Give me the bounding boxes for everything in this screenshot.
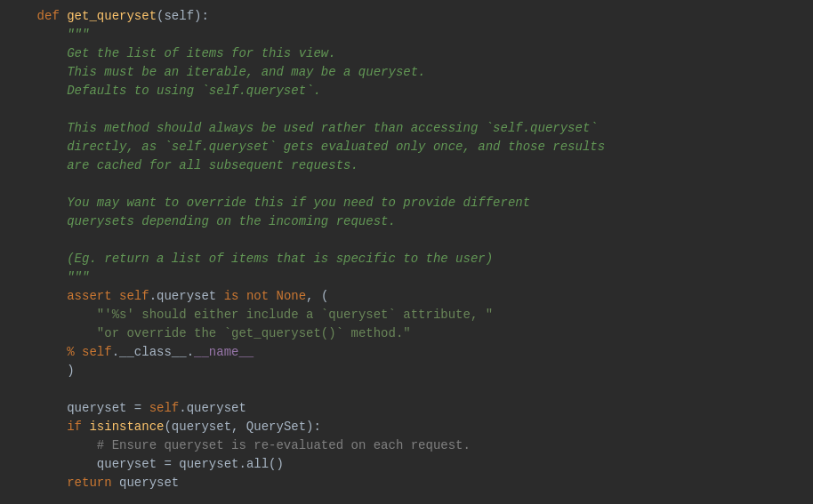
- token-docstring: querysets depending on the incoming requ…: [67, 212, 396, 231]
- code-line: [0, 100, 813, 119]
- token-kw-return: return: [67, 474, 119, 492]
- token-kw-if: if: [67, 418, 89, 436]
- indent: [7, 436, 97, 455]
- indent: [7, 26, 67, 44]
- token-docstring: You may want to override this if you nee…: [67, 194, 530, 212]
- code-line: [0, 231, 813, 250]
- token-param: self: [164, 7, 194, 26]
- token-plain: queryset: [119, 474, 179, 492]
- token-plain: .queryset: [149, 287, 224, 306]
- token-docstring: Get the list of items for this view.: [67, 44, 335, 63]
- code-line: ): [0, 362, 813, 380]
- code-line: You may want to override this if you nee…: [0, 194, 813, 212]
- token-kw-isinstance: isinstance: [89, 418, 164, 436]
- indent: [7, 455, 97, 474]
- token-kw-not: not: [246, 287, 277, 306]
- token-magic-attr: __name__: [194, 343, 254, 362]
- token-docstring: This must be an iterable, and may be a q…: [67, 63, 425, 82]
- token-percent: %: [67, 343, 82, 362]
- token-paren: (: [164, 418, 171, 436]
- token-kw-self: self: [82, 343, 112, 362]
- code-line: """: [0, 26, 813, 44]
- code-line: [0, 175, 813, 194]
- token-plain: .__class__.: [112, 343, 194, 362]
- indent: [7, 418, 67, 436]
- indent: [7, 138, 67, 156]
- code-line: "or override the `get_queryset()` method…: [0, 324, 813, 343]
- token-kw-self: self: [119, 287, 149, 306]
- code-line: if isinstance(queryset, QuerySet):: [0, 418, 813, 436]
- token-docstring: Defaults to using `self.queryset`.: [67, 82, 321, 100]
- token-kw-self: self: [149, 399, 180, 418]
- token-plain: .queryset: [179, 399, 246, 418]
- token-plain: queryset.all(): [179, 455, 284, 474]
- indent: [7, 82, 67, 100]
- indent: [7, 306, 97, 324]
- indent: [7, 474, 67, 492]
- indent: [7, 7, 37, 26]
- indent: [7, 194, 67, 212]
- code-line: querysets depending on the incoming requ…: [0, 212, 813, 231]
- token-docstring: """: [67, 26, 89, 44]
- code-line: # Ensure queryset is re-evaluated on eac…: [0, 436, 813, 455]
- token-op: =: [134, 399, 149, 418]
- token-op: =: [164, 455, 179, 474]
- indent: [7, 399, 67, 418]
- indent: [7, 343, 67, 362]
- token-paren: (: [157, 7, 164, 26]
- token-plain: queryset: [67, 399, 134, 418]
- code-line: return queryset: [0, 474, 813, 492]
- token-docstring: """: [67, 268, 89, 287]
- code-line: "'%s' should either include a `queryset`…: [0, 306, 813, 324]
- indent: [7, 268, 67, 287]
- code-line: (Eg. return a list of items that is spec…: [0, 250, 813, 268]
- code-line: [0, 380, 813, 399]
- indent: [7, 156, 67, 175]
- token-docstring: (Eg. return a list of items that is spec…: [67, 250, 493, 268]
- code-line: Defaults to using `self.queryset`.: [0, 82, 813, 100]
- token-kw-assert: assert: [67, 287, 119, 306]
- token-docstring: are cached for all subsequent requests.: [67, 156, 358, 175]
- code-line: Get the list of items for this view.: [0, 44, 813, 63]
- indent: [7, 362, 67, 380]
- token-kw-def: def: [37, 7, 68, 26]
- token-fn-name: get_queryset: [67, 7, 157, 26]
- token-str: "'%s' should either include a `queryset`…: [97, 306, 493, 324]
- code-line: def get_queryset(self):: [0, 7, 813, 26]
- code-editor: def get_queryset(self): """ Get the list…: [0, 0, 813, 504]
- token-plain: queryset, QuerySet: [172, 418, 306, 436]
- indent: [7, 63, 67, 82]
- code-line: queryset = queryset.all(): [0, 455, 813, 474]
- code-line: are cached for all subsequent requests.: [0, 156, 813, 175]
- code-line: assert self.queryset is not None, (: [0, 287, 813, 306]
- token-docstring: This method should always be used rather…: [67, 119, 598, 138]
- code-line: This must be an iterable, and may be a q…: [0, 63, 813, 82]
- token-docstring: directly, as `self.queryset` gets evalua…: [67, 138, 605, 156]
- indent: [7, 212, 67, 231]
- indent: [7, 44, 67, 63]
- token-plain: queryset: [97, 455, 165, 474]
- code-line: queryset = self.queryset: [0, 399, 813, 418]
- token-plain: ): [67, 362, 74, 380]
- indent: [7, 250, 67, 268]
- indent: [7, 287, 67, 306]
- token-paren: ):: [306, 418, 321, 436]
- token-kw-none: None: [276, 287, 306, 306]
- token-str: "or override the `get_queryset()` method…: [97, 324, 411, 343]
- token-kw-is: is: [224, 287, 246, 306]
- token-paren: ):: [194, 7, 209, 26]
- code-line: % self.__class__.__name__: [0, 343, 813, 362]
- indent: [7, 119, 67, 138]
- indent: [7, 324, 97, 343]
- code-line: """: [0, 268, 813, 287]
- token-plain: , (: [306, 287, 328, 306]
- code-line: directly, as `self.queryset` gets evalua…: [0, 138, 813, 156]
- token-comment: # Ensure queryset is re-evaluated on eac…: [97, 436, 471, 455]
- code-line: This method should always be used rather…: [0, 119, 813, 138]
